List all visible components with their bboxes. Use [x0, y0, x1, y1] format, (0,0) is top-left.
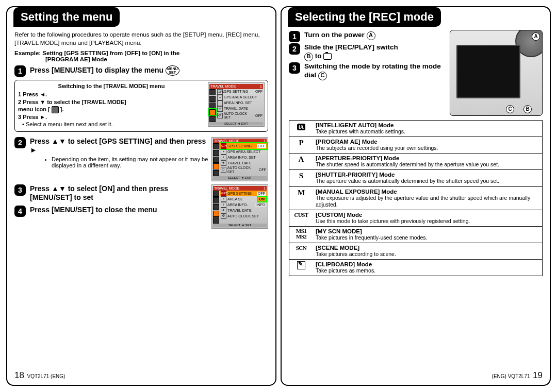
r-step-2: 2 Slide the [REC/PLAY] switchB to	[289, 43, 447, 61]
step-4: 4 Press [MENU/SET] to close the menu	[14, 206, 208, 217]
manual-spread: Setting the menu Refer to the following …	[0, 0, 557, 392]
step-2: 2 Press ▲▼ to select [GPS SETTING] and t…	[14, 137, 208, 155]
left-title: Setting the menu	[13, 7, 120, 27]
sub-step-2: 2 Press ▼ to select the [TRAVEL MODE] me…	[18, 98, 205, 113]
mode-icon-ms: MS1MS2	[289, 226, 314, 243]
travel-mode-box: Switching to the [TRAVEL MODE] menu 1 Pr…	[14, 80, 268, 132]
step-1: 1 Press [MENU/SET] to display the menu M…	[14, 65, 268, 77]
left-intro: Refer to the following procedures to ope…	[14, 31, 268, 47]
camera-illustration: A B C	[450, 30, 543, 116]
mode-icon-a: A	[289, 154, 314, 170]
sub-step-3: 3 Press ►.	[18, 113, 205, 121]
menu-set-icon: MENUSET	[166, 65, 179, 76]
left-example: Example: Setting [GPS SETTING] from [OFF…	[14, 50, 268, 62]
page-code-right: (ENG) VQT2L71	[492, 373, 530, 379]
step-num-4: 4	[14, 206, 26, 217]
page-right: Selecting the [REC] mode 1 Turn on the p…	[281, 6, 551, 386]
travel-mode-icon	[52, 106, 59, 113]
mode-row-p: P[PROGRAM AE] ModeThe subjects are recor…	[289, 137, 543, 154]
mode-icon-m: M	[289, 186, 314, 210]
example-l2: [PROGRAM AE] Mode	[45, 56, 268, 62]
mode-icon-ia: iA	[297, 124, 305, 130]
r-step2-text: Slide the [REC/PLAY] switchB to	[304, 43, 398, 61]
mode-row-a: A[APERTURE-PRIORITY] ModeThe shutter spe…	[289, 154, 543, 170]
mode-row-ms: MS1MS2[MY SCN MODE]Take pictures in freq…	[289, 226, 543, 243]
label-c-ref: C	[318, 72, 327, 80]
mode-icon-scn: SCN	[289, 243, 314, 260]
cam-label-c: C	[506, 105, 514, 113]
sub-bullet: • Select a menu item next and set it.	[22, 121, 205, 128]
page-code-left: VQT2L71 (ENG)	[27, 373, 65, 379]
mode-row-clip: [CLIPBOARD] ModeTake pictures as memos.	[289, 260, 543, 276]
camera-icon	[323, 53, 332, 60]
screenshot-2: TRAVEL MODE1 GPSGPS SETTINGOFF ⌖GPS AREA…	[211, 137, 268, 181]
footer-left: 18 VQT2L71 (ENG)	[14, 368, 268, 381]
mode-table: iA[INTELLIGENT AUTO] ModeTake pictures w…	[289, 120, 543, 276]
mode-row-m: M[MANUAL EXPOSURE] ModeThe exposure is a…	[289, 186, 543, 210]
r-step1-text: Turn on the power A	[304, 31, 375, 40]
mode-icon-clipboard	[289, 260, 314, 276]
right-title: Selecting the [REC] mode	[288, 7, 441, 27]
step3-text: Press ▲▼ to select [ON] and then press […	[30, 184, 208, 202]
step-num-1: 1	[14, 65, 26, 77]
page-num-right: 19	[533, 370, 543, 380]
mode-row-ia: iA[INTELLIGENT AUTO] ModeTake pictures w…	[289, 121, 543, 137]
page-left: Setting the menu Refer to the following …	[6, 6, 276, 386]
mode-icon-p: P	[289, 137, 314, 154]
example-l1: Example: Setting [GPS SETTING] from [OFF…	[14, 50, 179, 56]
step2-text: Press ▲▼ to select [GPS SETTING] and the…	[30, 137, 208, 155]
mode-icon-cust: CUST	[289, 210, 314, 226]
cam-label-a: A	[532, 32, 540, 41]
step-3: 3 Press ▲▼ to select [ON] and then press…	[14, 184, 208, 202]
step1-label: Press [MENU/SET] to display the menu	[30, 66, 163, 74]
mode-row-s: S[SHUTTER-PRIORITY] ModeThe aperture val…	[289, 170, 543, 186]
step1-text: Press [MENU/SET] to display the menu MEN…	[30, 65, 179, 76]
mode-icon-s: S	[289, 170, 314, 186]
footer-right: (ENG) VQT2L71 19	[289, 368, 543, 381]
label-a-ref: A	[367, 31, 375, 40]
screenshot-3: TRAVEL MODE1 GPSGPS SETTINGOFF ⌖AREA SEO…	[211, 184, 268, 229]
step-num-2: 2	[14, 137, 26, 148]
switch-header: Switching to the [TRAVEL MODE] menu	[18, 82, 205, 90]
mode-row-scn: SCN[SCENE MODE]Take pictures according t…	[289, 243, 543, 260]
step4-text: Press [MENU/SET] to close the menu	[30, 206, 157, 215]
mode-row-cust: CUST[CUSTOM] ModeUse this mode to take p…	[289, 210, 543, 226]
cam-label-b: B	[523, 105, 532, 113]
label-b-ref: B	[304, 53, 313, 61]
page-num-left: 18	[14, 370, 24, 380]
r-step3-text: Switching the mode by rotating the mode …	[304, 62, 447, 80]
sub-step-1: 1 Press ◄.	[18, 91, 205, 98]
step2-note: Depending on the item, its setting may n…	[31, 156, 208, 168]
r-step-1: 1 Turn on the power A	[289, 31, 447, 42]
screenshot-1: TRAVEL MODE1 GPSGPS SETTINGOFF ⌖GPS AREA…	[208, 82, 265, 127]
step-num-3: 3	[14, 184, 26, 196]
r-step-3: 3 Switching the mode by rotating the mod…	[289, 62, 447, 80]
